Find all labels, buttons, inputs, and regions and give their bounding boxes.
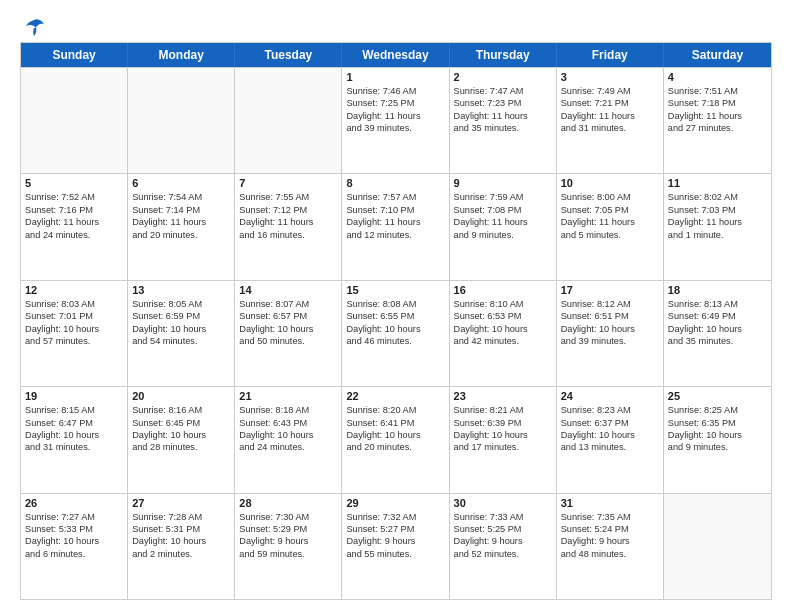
day-number: 19 [25,390,123,402]
cell-line: Sunrise: 8:25 AM [668,404,767,416]
day-number: 22 [346,390,444,402]
cell-line: and 24 minutes. [239,441,337,453]
cell-line: Daylight: 10 hours [668,429,767,441]
cell-line: Sunrise: 8:03 AM [25,298,123,310]
calendar-header: SundayMondayTuesdayWednesdayThursdayFrid… [21,43,771,67]
cell-line: Sunrise: 7:32 AM [346,511,444,523]
cell-line: Daylight: 11 hours [132,216,230,228]
day-number: 21 [239,390,337,402]
calendar-row-2: 5Sunrise: 7:52 AMSunset: 7:16 PMDaylight… [21,173,771,279]
header-day-monday: Monday [128,43,235,67]
cell-line: Sunset: 5:29 PM [239,523,337,535]
cell-line: Daylight: 11 hours [454,110,552,122]
cell-line: Sunset: 6:51 PM [561,310,659,322]
cell-line: Daylight: 9 hours [561,535,659,547]
cell-line: Sunset: 6:39 PM [454,417,552,429]
cell-line: and 48 minutes. [561,548,659,560]
cell-line: and 39 minutes. [561,335,659,347]
cell-line: Sunrise: 7:57 AM [346,191,444,203]
cell-line: and 5 minutes. [561,229,659,241]
calendar-cell-5-2: 27Sunrise: 7:28 AMSunset: 5:31 PMDayligh… [128,494,235,599]
cell-line: and 13 minutes. [561,441,659,453]
header-day-wednesday: Wednesday [342,43,449,67]
day-number: 29 [346,497,444,509]
cell-line: and 59 minutes. [239,548,337,560]
cell-line: Sunrise: 8:16 AM [132,404,230,416]
cell-line: Sunrise: 7:46 AM [346,85,444,97]
header [20,18,772,32]
calendar-cell-2-1: 5Sunrise: 7:52 AMSunset: 7:16 PMDaylight… [21,174,128,279]
day-number: 4 [668,71,767,83]
calendar: SundayMondayTuesdayWednesdayThursdayFrid… [20,42,772,600]
day-number: 6 [132,177,230,189]
cell-line: and 12 minutes. [346,229,444,241]
cell-line: and 57 minutes. [25,335,123,347]
cell-line: Sunrise: 8:05 AM [132,298,230,310]
calendar-cell-4-7: 25Sunrise: 8:25 AMSunset: 6:35 PMDayligh… [664,387,771,492]
calendar-cell-4-1: 19Sunrise: 8:15 AMSunset: 6:47 PMDayligh… [21,387,128,492]
cell-line: Sunset: 7:25 PM [346,97,444,109]
cell-line: Sunset: 5:25 PM [454,523,552,535]
cell-line: Daylight: 10 hours [25,323,123,335]
cell-line: Sunset: 7:18 PM [668,97,767,109]
day-number: 15 [346,284,444,296]
calendar-cell-2-6: 10Sunrise: 8:00 AMSunset: 7:05 PMDayligh… [557,174,664,279]
calendar-cell-1-7: 4Sunrise: 7:51 AMSunset: 7:18 PMDaylight… [664,68,771,173]
cell-line: Daylight: 11 hours [561,110,659,122]
cell-line: Sunrise: 7:49 AM [561,85,659,97]
cell-line: Daylight: 10 hours [25,429,123,441]
calendar-cell-4-4: 22Sunrise: 8:20 AMSunset: 6:41 PMDayligh… [342,387,449,492]
day-number: 16 [454,284,552,296]
cell-line: Sunrise: 7:54 AM [132,191,230,203]
cell-line: Daylight: 10 hours [239,429,337,441]
cell-line: Sunset: 5:33 PM [25,523,123,535]
day-number: 26 [25,497,123,509]
cell-line: Sunset: 6:57 PM [239,310,337,322]
cell-line: Sunrise: 7:33 AM [454,511,552,523]
day-number: 31 [561,497,659,509]
cell-line: and 28 minutes. [132,441,230,453]
cell-line: Sunset: 6:55 PM [346,310,444,322]
cell-line: and 24 minutes. [25,229,123,241]
calendar-cell-3-5: 16Sunrise: 8:10 AMSunset: 6:53 PMDayligh… [450,281,557,386]
cell-line: Sunset: 6:37 PM [561,417,659,429]
cell-line: Sunset: 7:23 PM [454,97,552,109]
cell-line: Daylight: 11 hours [668,216,767,228]
header-day-tuesday: Tuesday [235,43,342,67]
cell-line: Sunrise: 8:00 AM [561,191,659,203]
calendar-cell-1-2 [128,68,235,173]
day-number: 28 [239,497,337,509]
cell-line: Sunrise: 8:02 AM [668,191,767,203]
cell-line: Daylight: 11 hours [346,110,444,122]
calendar-cell-1-3 [235,68,342,173]
cell-line: Sunrise: 8:12 AM [561,298,659,310]
calendar-cell-5-3: 28Sunrise: 7:30 AMSunset: 5:29 PMDayligh… [235,494,342,599]
day-number: 3 [561,71,659,83]
calendar-cell-2-5: 9Sunrise: 7:59 AMSunset: 7:08 PMDaylight… [450,174,557,279]
calendar-row-1: 1Sunrise: 7:46 AMSunset: 7:25 PMDaylight… [21,67,771,173]
header-day-sunday: Sunday [21,43,128,67]
day-number: 5 [25,177,123,189]
day-number: 24 [561,390,659,402]
cell-line: Sunrise: 7:30 AM [239,511,337,523]
calendar-cell-5-7 [664,494,771,599]
cell-line: Sunrise: 8:18 AM [239,404,337,416]
cell-line: Sunrise: 7:51 AM [668,85,767,97]
header-day-thursday: Thursday [450,43,557,67]
day-number: 17 [561,284,659,296]
cell-line: Daylight: 10 hours [346,323,444,335]
calendar-cell-1-5: 2Sunrise: 7:47 AMSunset: 7:23 PMDaylight… [450,68,557,173]
calendar-cell-5-6: 31Sunrise: 7:35 AMSunset: 5:24 PMDayligh… [557,494,664,599]
calendar-cell-5-1: 26Sunrise: 7:27 AMSunset: 5:33 PMDayligh… [21,494,128,599]
cell-line: Sunrise: 7:55 AM [239,191,337,203]
cell-line: Sunrise: 8:15 AM [25,404,123,416]
day-number: 2 [454,71,552,83]
cell-line: Sunrise: 7:59 AM [454,191,552,203]
calendar-cell-3-1: 12Sunrise: 8:03 AMSunset: 7:01 PMDayligh… [21,281,128,386]
cell-line: Daylight: 11 hours [668,110,767,122]
calendar-cell-2-4: 8Sunrise: 7:57 AMSunset: 7:10 PMDaylight… [342,174,449,279]
header-day-saturday: Saturday [664,43,771,67]
cell-line: Sunset: 6:53 PM [454,310,552,322]
calendar-cell-4-5: 23Sunrise: 8:21 AMSunset: 6:39 PMDayligh… [450,387,557,492]
cell-line: and 35 minutes. [454,122,552,134]
